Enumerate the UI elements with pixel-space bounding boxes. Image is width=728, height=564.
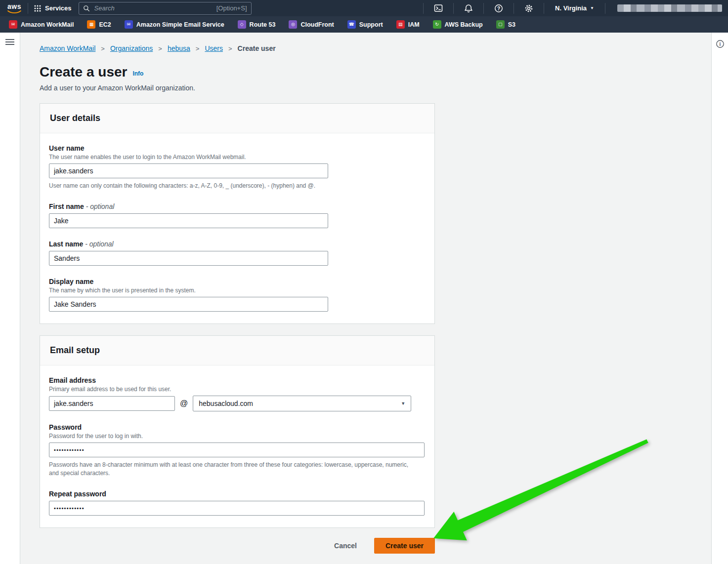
divider [483, 3, 484, 14]
cloudfront-icon: ◎ [289, 20, 297, 29]
notifications-button[interactable] [460, 0, 477, 16]
breadcrumb-current: Create user [238, 44, 276, 52]
email-setup-title: Email setup [50, 345, 425, 356]
search-icon [83, 5, 90, 12]
password-label: Password [49, 423, 425, 431]
workmail-icon: ✉ [9, 20, 17, 29]
favorite-amazon-workmail[interactable]: ✉ Amazon WorkMail [9, 20, 74, 29]
info-link[interactable]: Info [132, 70, 143, 79]
user-details-title: User details [50, 113, 425, 123]
support-icon: ☎ [347, 20, 356, 29]
user-name-input[interactable] [49, 163, 328, 178]
main-content: Amazon WorkMail > Organizations > hebusa… [20, 33, 711, 564]
chevron-right-icon: > [228, 45, 232, 52]
global-search-box[interactable]: [Option+S] [79, 2, 252, 15]
favorite-support[interactable]: ☎ Support [347, 20, 383, 29]
svg-text:i: i [719, 41, 721, 47]
region-label: N. Virginia [555, 4, 587, 12]
breadcrumb-link-hebusa[interactable]: hebusa [168, 44, 190, 52]
user-details-card: User details User name The user name ena… [40, 103, 435, 323]
form-actions: Cancel Create user [40, 538, 435, 554]
user-details-card-body: User name The user name enables the user… [40, 133, 434, 323]
user-name-description: The user name enables the user to login … [49, 154, 425, 161]
last-name-input[interactable] [49, 251, 328, 266]
svg-text:?: ? [497, 5, 500, 11]
display-name-input[interactable] [49, 297, 328, 312]
favorite-ec2[interactable]: ▦ EC2 [87, 20, 111, 29]
display-name-field-group: Display name The name by which the user … [49, 278, 425, 312]
breadcrumb: Amazon WorkMail > Organizations > hebusa… [40, 44, 711, 52]
email-local-part-input[interactable] [49, 396, 175, 411]
services-menu-button[interactable]: Services [34, 4, 72, 12]
cancel-button[interactable]: Cancel [331, 541, 360, 550]
ec2-icon: ▦ [87, 20, 95, 29]
password-constraint: Passwords have an 8-character minimum wi… [49, 461, 416, 478]
info-panel-button[interactable]: i [716, 40, 725, 48]
bell-icon [464, 4, 473, 13]
display-name-description: The name by which the user is presented … [49, 287, 425, 294]
email-address-description: Primary email address to be used for thi… [49, 386, 425, 393]
user-details-card-header: User details [40, 104, 434, 133]
chevron-down-icon: ▼ [401, 401, 405, 406]
region-selector[interactable]: N. Virginia ▼ [550, 4, 599, 12]
display-name-label: Display name [49, 278, 425, 285]
favorite-cloudfront[interactable]: ◎ CloudFront [289, 20, 334, 29]
favorite-amazon-simple-email-service[interactable]: ✉ Amazon Simple Email Service [125, 20, 224, 29]
favorite-iam[interactable]: ▤ IAM [396, 20, 420, 29]
first-name-field-group: First name - optional [49, 202, 425, 228]
email-address-row: @ hebusacloud.com ▼ [49, 396, 425, 411]
chevron-right-icon: > [196, 45, 200, 52]
cloudshell-button[interactable] [429, 0, 447, 16]
divider [514, 3, 514, 14]
password-field-group: Password Password for the user to log in… [49, 423, 425, 478]
favorites-bar: ✉ Amazon WorkMail ▦ EC2 ✉ Amazon Simple … [0, 16, 728, 33]
email-address-field-group: Email address Primary email address to b… [49, 376, 425, 411]
email-address-label: Email address [49, 376, 425, 384]
settings-button[interactable] [520, 0, 538, 16]
aws-logo[interactable]: aws [7, 3, 22, 14]
first-name-input[interactable] [49, 213, 328, 228]
services-grid-icon [34, 5, 41, 12]
gear-icon [524, 4, 533, 13]
last-name-label: Last name - optional [49, 240, 425, 248]
breadcrumb-link-amazon-workmail[interactable]: Amazon WorkMail [40, 44, 95, 52]
chevron-right-icon: > [158, 45, 162, 52]
repeat-password-label: Repeat password [49, 490, 425, 498]
user-name-label: User name [49, 144, 425, 152]
account-menu-redacted[interactable] [617, 4, 722, 12]
cloudshell-icon [434, 4, 443, 12]
email-domain-select[interactable]: hebusacloud.com ▼ [193, 396, 411, 411]
password-input[interactable] [49, 443, 425, 457]
route53-icon: ◇ [238, 20, 246, 29]
divider [28, 3, 28, 14]
left-rail [0, 33, 20, 564]
sidebar-toggle-button[interactable] [5, 39, 14, 45]
iam-icon: ▤ [396, 20, 405, 29]
search-input[interactable] [93, 4, 213, 12]
search-shortcut-hint: [Option+S] [216, 4, 247, 12]
favorite-route-53[interactable]: ◇ Route 53 [238, 20, 276, 29]
divider [423, 3, 424, 14]
page-header: Create a user Info [40, 65, 711, 79]
password-description: Password for the user to log in with. [49, 433, 425, 440]
divider [453, 3, 454, 14]
breadcrumb-link-users[interactable]: Users [205, 44, 223, 52]
favorite-s3[interactable]: ▢ S3 [496, 20, 515, 29]
favorite-aws-backup[interactable]: ↻ AWS Backup [433, 20, 483, 29]
help-button[interactable]: ? [490, 0, 508, 16]
repeat-password-field-group: Repeat password [49, 490, 425, 516]
aws-backup-icon: ↻ [433, 20, 441, 29]
divider [605, 3, 605, 14]
breadcrumb-link-organizations[interactable]: Organizations [110, 44, 153, 52]
s3-icon: ▢ [496, 20, 505, 29]
email-setup-card: Email setup Email address Primary email … [40, 335, 435, 528]
help-icon: ? [494, 4, 503, 13]
email-setup-card-header: Email setup [40, 336, 434, 365]
right-rail: i [711, 33, 728, 564]
user-name-constraint: User name can only contain the following… [49, 182, 416, 190]
optional-suffix: - optional [86, 202, 115, 210]
top-nav-right: ? N. Virginia ▼ [417, 0, 728, 16]
create-user-button[interactable]: Create user [374, 538, 435, 554]
page-title: Create a user [40, 65, 127, 79]
repeat-password-input[interactable] [49, 501, 425, 516]
